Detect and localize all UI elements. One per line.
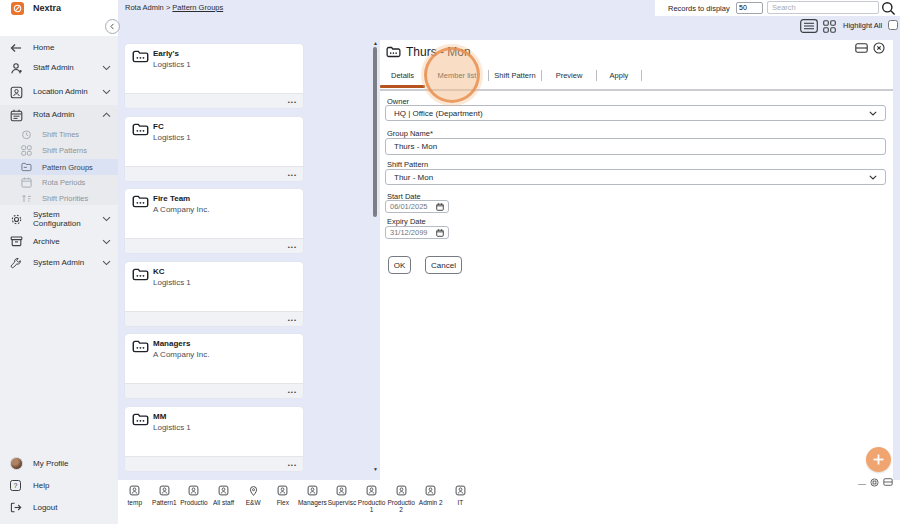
tab-apply[interactable]: Apply (597, 71, 641, 80)
group-name-input[interactable]: Thurs - Mon (385, 138, 886, 155)
calendar-icon[interactable] (436, 203, 444, 211)
person-badge-icon (386, 485, 416, 497)
person-icon (10, 62, 25, 75)
sidebar-item-help[interactable]: ? Help (0, 477, 118, 494)
app-window: Nextra Rota Admin > Pattern Groups Recor… (0, 0, 900, 524)
pattern-group-card[interactable]: FC Logistics 1 ••• (125, 117, 303, 181)
calendar-icon[interactable] (436, 229, 444, 237)
cancel-button[interactable]: Cancel (425, 256, 462, 274)
expiry-date-input[interactable]: 31/12/2099 (385, 226, 449, 239)
sidebar-item-system-admin[interactable]: System Admin (0, 250, 118, 276)
card-subtitle: A Company Inc. (153, 350, 209, 359)
taskbar-item[interactable]: Productio 2 (386, 485, 416, 524)
maximize-icon[interactable] (883, 478, 893, 486)
scrollbar-up-arrow[interactable]: ▲ (371, 40, 380, 46)
sidebar-item-archive[interactable]: Archive (0, 233, 118, 250)
search-icon[interactable] (880, 0, 897, 17)
taskbar-item[interactable]: Managers (298, 485, 328, 524)
chevron-down-icon (102, 260, 111, 266)
sidebar-item-logout[interactable]: Logout (0, 499, 118, 516)
taskbar-item[interactable]: E&W (238, 485, 268, 524)
tab-details[interactable]: Details (380, 71, 425, 80)
sidebar-item-home[interactable]: Home (0, 40, 118, 56)
minimize-icon[interactable]: — (858, 482, 866, 486)
minimized-groups-taskbar: temp Pattern1 Productio All staff E&W Fl… (118, 480, 900, 524)
card-footer (125, 238, 303, 253)
sidebar-item-shift-patterns[interactable]: Shift Patterns (0, 143, 118, 158)
close-icon[interactable] (873, 42, 885, 54)
tab-preview[interactable]: Preview (542, 71, 596, 80)
brand-name: Nextra (33, 3, 61, 13)
owner-select[interactable]: HQ | Office (Department) (385, 105, 886, 121)
list-view-icon[interactable] (800, 19, 818, 33)
sidebar-item-label: Archive (33, 237, 100, 247)
add-pattern-group-button[interactable] (866, 447, 891, 472)
pattern-group-card[interactable]: Managers A Company Inc. ••• (125, 334, 303, 398)
sidebar-item-rota-periods[interactable]: Rota Periods (0, 175, 118, 190)
collapse-panel-icon[interactable] (855, 43, 868, 53)
taskbar-item[interactable]: Pattern1 (150, 485, 180, 524)
card-menu-icon[interactable]: ••• (288, 172, 297, 178)
tab-separator (641, 70, 642, 81)
help-icon: ? (10, 480, 25, 491)
records-to-display-input[interactable] (736, 2, 763, 14)
calendar-icon (21, 177, 33, 188)
card-menu-icon[interactable]: ••• (288, 99, 297, 105)
restore-icon[interactable] (870, 478, 879, 487)
breadcrumb-parent[interactable]: Rota Admin (125, 3, 164, 12)
taskbar-item[interactable]: All staff (209, 485, 239, 524)
pattern-group-card[interactable]: KC Logistics 1 ••• (125, 262, 303, 326)
highlight-all-label: Highlight All (843, 21, 882, 30)
sidebar-item-pattern-groups[interactable]: Pattern Groups (0, 159, 118, 175)
sidebar-item-location-admin[interactable]: Location Admin (0, 79, 118, 105)
shift-pattern-value: Thur - Mon (394, 173, 433, 182)
sidebar-item-label: Rota Periods (42, 178, 85, 187)
shift-pattern-select[interactable]: Thur - Mon (385, 169, 886, 185)
taskbar-item[interactable]: temp (120, 485, 150, 524)
tab-member-list[interactable]: Member list (426, 71, 488, 80)
person-badge-icon (446, 485, 476, 497)
sidebar-item-my-profile[interactable]: My Profile (0, 454, 118, 473)
pattern-group-card[interactable]: Fire Team A Company Inc. ••• (125, 189, 303, 253)
pattern-group-card[interactable]: MM Logistics 1 ••• (125, 407, 303, 471)
sidebar-item-shift-priorities[interactable]: Shift Priorities (0, 191, 118, 206)
pattern-group-card[interactable]: Early's Logistics 1 ••• (125, 44, 303, 108)
card-subtitle: Logistics 1 (153, 60, 191, 69)
card-subtitle: Logistics 1 (153, 278, 191, 287)
card-menu-icon[interactable]: ••• (288, 244, 297, 250)
taskbar-item[interactable]: Flex (268, 485, 298, 524)
chevron-down-icon (102, 216, 111, 222)
sidebar-item-shift-times[interactable]: Shift Times (0, 127, 118, 142)
sidebar-item-label: Shift Patterns (42, 146, 87, 155)
card-menu-icon[interactable]: ••• (288, 462, 297, 468)
collapse-sidebar-button[interactable] (105, 19, 120, 34)
ok-button[interactable]: OK (388, 256, 411, 274)
expiry-date-label: Expiry Date (387, 217, 426, 226)
sidebar-item-rota-admin[interactable]: Rota Admin (0, 106, 118, 124)
card-title: KC (153, 267, 165, 276)
sidebar-item-system-configuration[interactable]: System Configuration (0, 206, 118, 232)
search-input[interactable] (767, 1, 879, 14)
taskbar-item[interactable]: IT (446, 485, 476, 524)
scrollbar-down-arrow[interactable]: ▼ (371, 466, 380, 472)
dialog-title: Thurs - Mon (406, 45, 471, 59)
tab-shift-pattern[interactable]: Shift Pattern (489, 71, 541, 80)
chevron-down-icon (869, 111, 877, 116)
breadcrumb-current[interactable]: Pattern Groups (172, 3, 223, 12)
start-date-input[interactable]: 06/01/2025 (385, 200, 449, 213)
card-menu-icon[interactable]: ••• (288, 317, 297, 323)
taskbar-item[interactable]: Productio (179, 485, 209, 524)
taskbar-item[interactable]: Supervisc (327, 485, 357, 524)
scrollbar-thumb[interactable] (373, 47, 377, 217)
grid-view-icon[interactable] (823, 20, 836, 33)
taskbar-item[interactable]: Productio 1 (357, 485, 387, 524)
taskbar-item-label: Managers (298, 499, 328, 506)
card-menu-icon[interactable]: ••• (288, 389, 297, 395)
sidebar-item-staff-admin[interactable]: Staff Admin (0, 59, 118, 77)
card-title: Managers (153, 339, 190, 348)
sidebar-item-label: Logout (33, 503, 111, 513)
taskbar-item[interactable]: Admin 2 (416, 485, 446, 524)
highlight-all-checkbox[interactable] (888, 20, 898, 30)
card-subtitle: Logistics 1 (153, 133, 191, 142)
sidebar-item-label: Staff Admin (33, 63, 100, 73)
